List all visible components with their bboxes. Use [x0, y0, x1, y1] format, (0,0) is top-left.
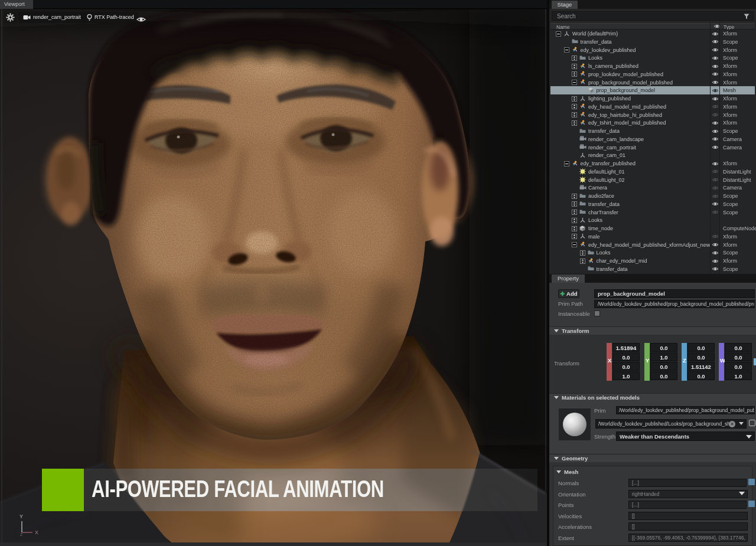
- svg-text:Z: Z: [20, 532, 23, 536]
- svg-text:X: X: [35, 529, 38, 535]
- svg-text:Y: Y: [19, 514, 23, 519]
